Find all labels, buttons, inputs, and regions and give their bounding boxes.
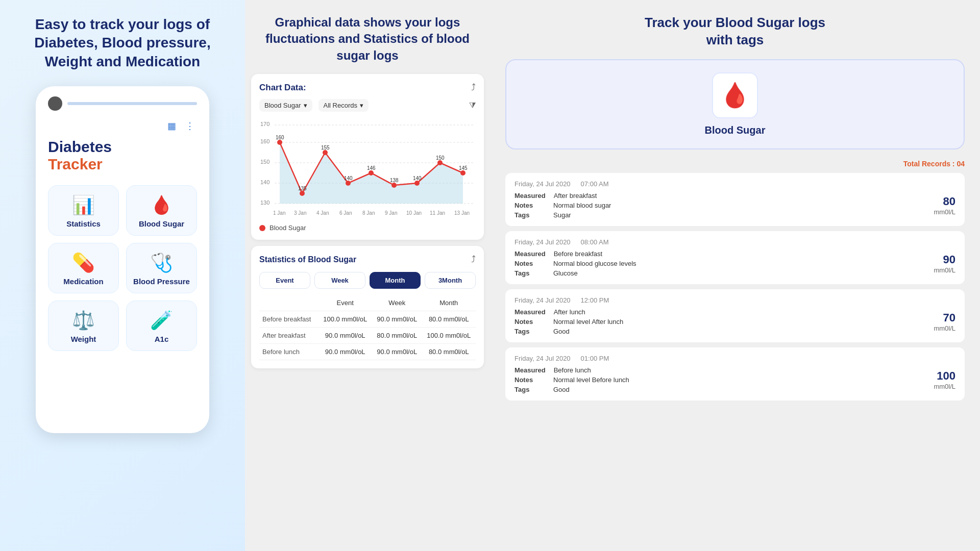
- stats-table-row: Before breakfast 100.0 mm0l/oL 90.0 mm0l…: [259, 311, 476, 328]
- record-fields-2: Measured After lunch Notes Normal level …: [514, 308, 623, 335]
- record-field-tags-0: Tags Sugar: [514, 211, 611, 219]
- svg-text:150: 150: [436, 155, 445, 161]
- menu-card-statistics[interactable]: 📊 Statistics: [48, 185, 119, 236]
- svg-text:150: 150: [260, 159, 270, 165]
- blood-sugar-feature-card: 🩸 Blood Sugar: [505, 59, 965, 149]
- chart-area: 170 160 150 140 130: [259, 118, 476, 220]
- svg-text:140: 140: [344, 176, 353, 181]
- total-records: Total Records : 04: [505, 160, 965, 168]
- record-item-1[interactable]: Friday, 24 Jul 2020 08:00 AM Measured Be…: [505, 231, 965, 284]
- right-content: 🩸 Blood Sugar Total Records : 04 Friday,…: [490, 59, 980, 551]
- svg-text:4 Jan: 4 Jan: [316, 210, 329, 216]
- middle-panel: Graphical data shows your logs fluctuati…: [245, 0, 490, 551]
- app-name: Diabetes: [48, 138, 197, 156]
- record-value-area-2: 70 mm0l/L: [934, 311, 955, 332]
- stats-row-event: 100.0 mm0l/oL: [318, 311, 372, 328]
- stats-header: Statistics of Blood Sugar ⤴: [259, 254, 476, 265]
- svg-text:145: 145: [459, 165, 468, 171]
- svg-point-15: [369, 170, 374, 176]
- menu-card-medication[interactable]: 💊 Medication: [48, 243, 119, 293]
- share-icon[interactable]: ⤴: [471, 82, 476, 93]
- menu-card-a1c[interactable]: 🧪 A1c: [126, 300, 197, 351]
- stats-row-week: 80.0 mm0l/oL: [372, 328, 422, 344]
- left-title: Easy to track your logs of Diabetes, Blo…: [10, 15, 235, 71]
- svg-text:155: 155: [321, 145, 330, 151]
- app-subtitle: Tracker: [48, 156, 197, 173]
- stats-row-month: 100.0 mm0l/oL: [422, 328, 476, 344]
- svg-text:9 Jan: 9 Jan: [385, 210, 397, 216]
- menu-card-blood-sugar[interactable]: 🩸 Blood Sugar: [126, 185, 197, 236]
- record-value-2: 70: [934, 311, 955, 324]
- grid-icon[interactable]: ▦: [164, 119, 179, 133]
- record-fields-0: Measured After breakfast Notes Normal bl…: [514, 192, 611, 219]
- record-field-measured-1: Measured Before breakfast: [514, 250, 636, 258]
- record-field-measured-2: Measured After lunch: [514, 308, 623, 316]
- stats-table-row: Before lunch 90.0 mm0l/oL 90.0 mm0l/oL 8…: [259, 344, 476, 360]
- svg-text:3 Jan: 3 Jan: [294, 210, 306, 216]
- stats-row-month: 80.0 mm0l/oL: [422, 344, 476, 360]
- chart-legend: Blood Sugar: [259, 224, 476, 232]
- phone-camera-icon: [48, 96, 62, 111]
- svg-text:135: 135: [298, 186, 307, 191]
- record-field-notes-1: Notes Normal blood glucose levels: [514, 260, 636, 267]
- menu-card-blood-pressure[interactable]: 🩺 Blood Pressure: [126, 243, 197, 293]
- stats-table-row: After breakfast 90.0 mm0l/oL 80.0 mm0l/o…: [259, 328, 476, 344]
- svg-text:140: 140: [260, 179, 270, 185]
- record-unit-3: mm0l/L: [934, 383, 955, 390]
- record-value-area-3: 100 mm0l/L: [934, 369, 955, 390]
- stats-tab-3month[interactable]: 3Month: [425, 272, 476, 289]
- svg-point-14: [346, 181, 351, 186]
- right-panel: Track your Blood Sugar logs with tags 🩸 …: [490, 0, 980, 551]
- record-body-3: Measured Before lunch Notes Normal level…: [514, 366, 955, 393]
- record-date-3: Friday, 24 Jul 2020 01:00 PM: [514, 355, 955, 362]
- blood-sugar-filter[interactable]: Blood Sugar ▾: [259, 99, 312, 112]
- a1c-icon: 🧪: [150, 311, 173, 330]
- record-body-2: Measured After lunch Notes Normal level …: [514, 308, 955, 335]
- record-item-2[interactable]: Friday, 24 Jul 2020 12:00 PM Measured Af…: [505, 289, 965, 342]
- statistics-icon: 📊: [72, 196, 95, 214]
- svg-point-19: [460, 170, 465, 176]
- stats-tab-month[interactable]: Month: [370, 272, 421, 289]
- record-item-0[interactable]: Friday, 24 Jul 2020 07:00 AM Measured Af…: [505, 173, 965, 226]
- record-field-measured-3: Measured Before lunch: [514, 366, 629, 374]
- record-field-tags-1: Tags Glucose: [514, 269, 636, 277]
- filter-icon[interactable]: ⧩: [469, 101, 476, 110]
- stats-row-label: After breakfast: [259, 328, 318, 344]
- svg-point-13: [323, 150, 328, 155]
- phone-top-icons: ▦ ⋮: [44, 119, 201, 133]
- stats-tab-event[interactable]: Event: [259, 272, 310, 289]
- record-value-area-0: 80 mm0l/L: [934, 195, 955, 216]
- phone-status-bar: [67, 102, 197, 105]
- right-header: Track your Blood Sugar logs with tags: [490, 0, 980, 59]
- record-field-notes-3: Notes Normal level Before lunch: [514, 376, 629, 384]
- svg-text:170: 170: [260, 121, 270, 127]
- record-item-3[interactable]: Friday, 24 Jul 2020 01:00 PM Measured Be…: [505, 347, 965, 400]
- stats-tabs: EventWeekMonth3Month: [259, 272, 476, 289]
- more-icon[interactable]: ⋮: [183, 119, 197, 133]
- svg-text:138: 138: [390, 178, 399, 183]
- svg-text:146: 146: [367, 165, 376, 171]
- record-date-1: Friday, 24 Jul 2020 08:00 AM: [514, 238, 955, 246]
- stats-row-event: 90.0 mm0l/oL: [318, 344, 372, 360]
- menu-grid: 📊 Statistics 🩸 Blood Sugar 💊 Medication …: [44, 185, 201, 351]
- svg-text:6 Jan: 6 Jan: [339, 210, 352, 216]
- chart-data-label: Chart Data:: [259, 83, 306, 93]
- records-list: Friday, 24 Jul 2020 07:00 AM Measured Af…: [505, 173, 965, 400]
- stats-row-month: 80.0 mm0l/oL: [422, 311, 476, 328]
- blood-sugar-icon-box: 🩸: [712, 72, 758, 118]
- stats-share-icon[interactable]: ⤴: [471, 254, 476, 265]
- stats-row-label: Before breakfast: [259, 311, 318, 328]
- menu-card-weight[interactable]: ⚖️ Weight: [48, 300, 119, 351]
- record-unit-0: mm0l/L: [934, 208, 955, 216]
- stats-tab-week[interactable]: Week: [314, 272, 365, 289]
- svg-point-12: [300, 191, 305, 196]
- record-fields-3: Measured Before lunch Notes Normal level…: [514, 366, 629, 393]
- medication-label: Medication: [63, 277, 103, 286]
- stats-table-header: EventWeekMonth: [259, 295, 476, 311]
- line-chart-svg: 170 160 150 140 130: [259, 118, 476, 220]
- record-value-3: 100: [934, 369, 955, 383]
- svg-text:13 Jan: 13 Jan: [454, 210, 470, 216]
- medication-icon: 💊: [72, 254, 95, 272]
- all-records-filter[interactable]: All Records ▾: [318, 99, 369, 112]
- record-unit-2: mm0l/L: [934, 324, 955, 332]
